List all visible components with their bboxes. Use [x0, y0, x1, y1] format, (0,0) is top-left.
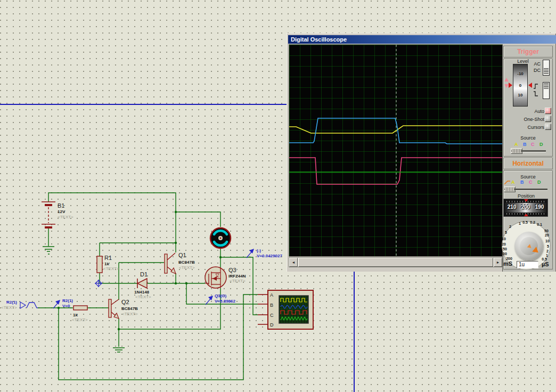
position-value: 210 [508, 204, 517, 210]
origin-marker [95, 280, 102, 287]
ac-dc-switch[interactable] [543, 60, 550, 76]
dial-label: 1 [543, 254, 551, 257]
resistor-r1[interactable]: R1 1k <TEXT> [97, 255, 119, 273]
horizontal-source-d[interactable]: D [537, 179, 541, 185]
scroll-left-button[interactable]: ◄ [289, 258, 298, 267]
position-value: 200 [521, 204, 530, 210]
auto-button[interactable] [545, 108, 551, 114]
dial-label: 20 [500, 242, 508, 246]
dial-label: 1 [516, 222, 524, 225]
motor[interactable] [210, 228, 231, 248]
horizontal-source-c[interactable]: C [529, 179, 533, 185]
cursors-button[interactable] [545, 124, 551, 130]
position-dial[interactable]: 210 200 190 [503, 199, 548, 217]
probe-gate-voltage: V=5.89862 [215, 299, 235, 304]
trigger-source-c[interactable]: C [531, 142, 535, 147]
dial-label: 200 [505, 257, 513, 260]
level-up-arrow[interactable] [504, 78, 509, 81]
b1-text: <TEXT> [58, 215, 73, 219]
scope-grid [289, 45, 502, 256]
probe-input[interactable]: R2(1) V=0 [53, 298, 73, 308]
ground-q2 [113, 348, 125, 352]
scope-control-panel[interactable]: Trigger Level -10 0 10 AC DC Auto One-Sh… [502, 45, 555, 272]
probe-input-label: R2(1) [62, 298, 73, 303]
position-marker-top [524, 199, 528, 202]
horizontal-source-b[interactable]: B [520, 179, 524, 185]
b1-ref: B1 [58, 202, 64, 209]
generator-label: R2(1) [6, 300, 17, 305]
timebase-input[interactable]: 1u [517, 261, 538, 268]
junction-dots [58, 211, 222, 330]
probe-gate-label: Q3(G) [215, 293, 227, 298]
scroll-thumb[interactable] [298, 258, 493, 267]
level-marker-left [509, 83, 512, 88]
sheet-border-vertical [354, 270, 355, 392]
dial-label: 5 [502, 231, 510, 234]
battery-b1[interactable]: B1 12V <TEXT> [42, 202, 73, 228]
wires[interactable] [38, 193, 258, 380]
probe-drain[interactable]: (-) V=0.0429027 [247, 248, 282, 258]
ramp-icon [504, 179, 511, 185]
dial-label: 10 [500, 237, 508, 241]
diode-d1[interactable]: D1 1N4148 <TEXT> [134, 271, 151, 299]
horizontal-source-a[interactable]: A [511, 179, 515, 185]
probe-input-voltage: V=0 [62, 304, 70, 308]
window-title: Digital Oscilloscope [291, 36, 347, 43]
oscilloscope-window[interactable]: Digital Oscilloscope ◄ ► Trigger Level [287, 33, 556, 272]
level-down-arrow[interactable] [504, 84, 509, 88]
dial-label: 5 [544, 244, 552, 248]
trigger-source-a[interactable]: A [514, 142, 518, 147]
trigger-source-b[interactable]: B [523, 142, 527, 147]
scroll-right-button[interactable]: ► [494, 258, 502, 267]
level-tick: -10 [513, 71, 527, 76]
trigger-section-title: Trigger [503, 46, 553, 58]
dial-label: 100 [500, 252, 508, 256]
horizontal-section-title: Horizontal [503, 158, 553, 169]
dial-label: 10 [543, 239, 552, 243]
r1-value: 1k [104, 262, 109, 266]
q2-ref: Q2 [121, 299, 129, 305]
scope-part[interactable]: A B C D [258, 290, 313, 329]
scope-pin-b: B [270, 303, 273, 308]
q2-text: <TEXT> [122, 312, 138, 316]
position-marker-bottom [524, 214, 528, 216]
timebase-value: 1u [519, 262, 525, 267]
b1-value: 12V [58, 209, 66, 214]
resistor-r2[interactable]: 1k <TEXT> [72, 306, 88, 322]
pulse-generator[interactable]: R2(1) <TEXT> [1, 300, 38, 310]
dial-label: 50 [501, 247, 509, 251]
q3-text: <TEXT> [230, 279, 246, 283]
transistor-q2[interactable]: Q2 BC847B <TEXT> [109, 299, 138, 318]
dial-label: 0.5 [540, 257, 549, 261]
position-value: 190 [535, 204, 544, 210]
horizontal-source-slider-thumb[interactable] [504, 186, 516, 192]
trigger-source-slider-thumb[interactable] [511, 148, 522, 154]
position-label: Position [502, 193, 550, 199]
scroll-left-icon: ◄ [292, 260, 296, 264]
d1-text: <TEXT> [135, 295, 151, 299]
sheet-border-horizontal [0, 104, 287, 105]
trigger-level-gauge[interactable]: -10 0 10 [513, 64, 528, 107]
scope-display[interactable] [289, 45, 502, 256]
ms-unit-label: mS [503, 260, 512, 267]
scope-pin-d: D [270, 322, 274, 328]
probe-drain-label: (-) [257, 248, 261, 253]
probe-drain-voltage: V=0.0429027 [257, 254, 282, 258]
scroll-right-icon: ► [496, 260, 500, 264]
falling-edge-icon [533, 91, 539, 97]
scope-hscrollbar[interactable]: ◄ ► [289, 258, 502, 267]
one-shot-button[interactable] [545, 116, 551, 122]
probe-gate[interactable]: Q3(G) V=5.89862 [206, 293, 235, 305]
trigger-source-d[interactable]: D [539, 142, 543, 147]
generator-text: <TEXT> [1, 305, 17, 310]
mosfet-q3[interactable]: Q3 IRFZ44N <TEXT> [205, 267, 246, 288]
transistor-q1[interactable]: Q1 BC847B <TEXT> [165, 243, 195, 274]
q2-value: BC847B [121, 306, 138, 311]
edge-select-switch[interactable] [543, 82, 550, 99]
q3-value: IRFZ44N [228, 274, 246, 279]
ac-label: AC [530, 61, 541, 67]
window-titlebar[interactable]: Digital Oscilloscope [288, 35, 556, 44]
dial-label: 2 [543, 249, 552, 253]
dial-label: 2 [506, 225, 514, 228]
r1-text: <TEXT> [103, 266, 119, 271]
